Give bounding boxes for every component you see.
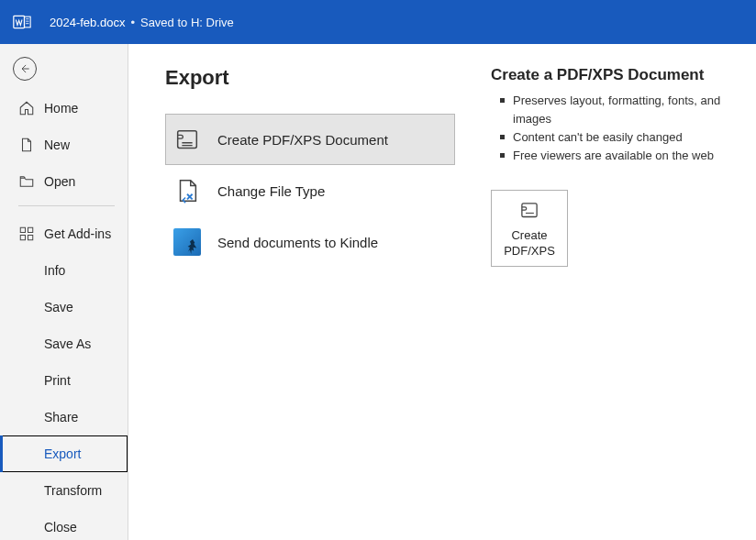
svg-rect-5: [20, 227, 25, 232]
page-title: Export: [165, 66, 491, 90]
sidebar-item-label: Share: [44, 410, 78, 424]
home-icon: [18, 100, 35, 116]
kindle-icon: [173, 228, 201, 256]
action-label-line2: PDF/XPS: [504, 244, 555, 259]
detail-title: Create a PDF/XPS Document: [491, 66, 739, 84]
sidebar-item-label: Open: [44, 174, 75, 189]
svg-rect-6: [28, 227, 33, 232]
back-button[interactable]: [13, 57, 37, 81]
option-label: Send documents to Kindle: [217, 235, 378, 250]
sidebar-item-print[interactable]: Print: [0, 362, 128, 399]
svg-rect-1: [25, 17, 31, 28]
bullet-item: Preserves layout, formatting, fonts, and…: [513, 92, 739, 128]
option-send-to-kindle[interactable]: Send documents to Kindle: [165, 216, 455, 268]
sidebar-item-label: Transform: [44, 483, 102, 498]
new-icon: [18, 137, 35, 153]
change-file-type-icon: [173, 177, 201, 204]
sidebar-item-label: Save: [44, 300, 73, 314]
title-bar: 2024-feb.docx • Saved to H: Drive: [0, 0, 756, 44]
pdf-export-icon: [515, 199, 544, 223]
main-panel: Export Create PDF/XPS Document Change Fi…: [128, 44, 756, 540]
detail-bullets: Preserves layout, formatting, fonts, and…: [491, 92, 739, 166]
option-change-file-type[interactable]: Change File Type: [165, 165, 455, 216]
sidebar-divider: [18, 205, 115, 206]
open-icon: [18, 173, 35, 190]
save-status: Saved to H: Drive: [140, 16, 234, 29]
sidebar-item-info[interactable]: Info: [0, 252, 128, 289]
option-label: Change File Type: [217, 183, 325, 199]
separator-dot: •: [130, 16, 135, 29]
word-app-icon: [13, 13, 31, 31]
create-pdf-xps-button[interactable]: Create PDF/XPS: [491, 190, 568, 267]
sidebar-item-label: Print: [44, 373, 71, 388]
addins-icon: [18, 226, 35, 242]
backstage-sidebar: Home New Open Get Add-ins Info Save: [0, 44, 128, 540]
svg-rect-8: [28, 236, 33, 240]
sidebar-item-save[interactable]: Save: [0, 289, 128, 325]
bullet-item: Content can't be easily changed: [513, 128, 739, 147]
sidebar-item-saveas[interactable]: Save As: [0, 325, 128, 362]
sidebar-item-label: Close: [44, 520, 77, 534]
bullet-item: Free viewers are available on the web: [513, 147, 739, 165]
sidebar-item-open[interactable]: Open: [0, 163, 128, 200]
sidebar-item-export[interactable]: Export: [0, 435, 128, 472]
action-label-line1: Create: [511, 228, 547, 243]
sidebar-item-transform[interactable]: Transform: [0, 472, 128, 509]
detail-panel: Create a PDF/XPS Document Preserves layo…: [491, 66, 756, 540]
sidebar-item-label: Info: [44, 263, 65, 278]
sidebar-item-getaddins[interactable]: Get Add-ins: [0, 215, 128, 252]
sidebar-item-home[interactable]: Home: [0, 90, 128, 127]
document-name: 2024-feb.docx: [50, 16, 125, 29]
sidebar-item-label: Get Add-ins: [44, 226, 111, 241]
sidebar-item-label: Home: [44, 101, 78, 116]
sidebar-item-share[interactable]: Share: [0, 399, 128, 435]
option-label: Create PDF/XPS Document: [217, 132, 388, 148]
option-create-pdf-xps[interactable]: Create PDF/XPS Document: [165, 114, 455, 165]
sidebar-item-close[interactable]: Close: [0, 509, 128, 540]
pdf-document-icon: [173, 126, 201, 153]
sidebar-item-new[interactable]: New: [0, 127, 128, 163]
sidebar-item-label: Export: [44, 446, 81, 461]
sidebar-item-label: New: [44, 138, 70, 152]
svg-rect-7: [20, 236, 25, 240]
sidebar-item-label: Save As: [44, 336, 91, 351]
